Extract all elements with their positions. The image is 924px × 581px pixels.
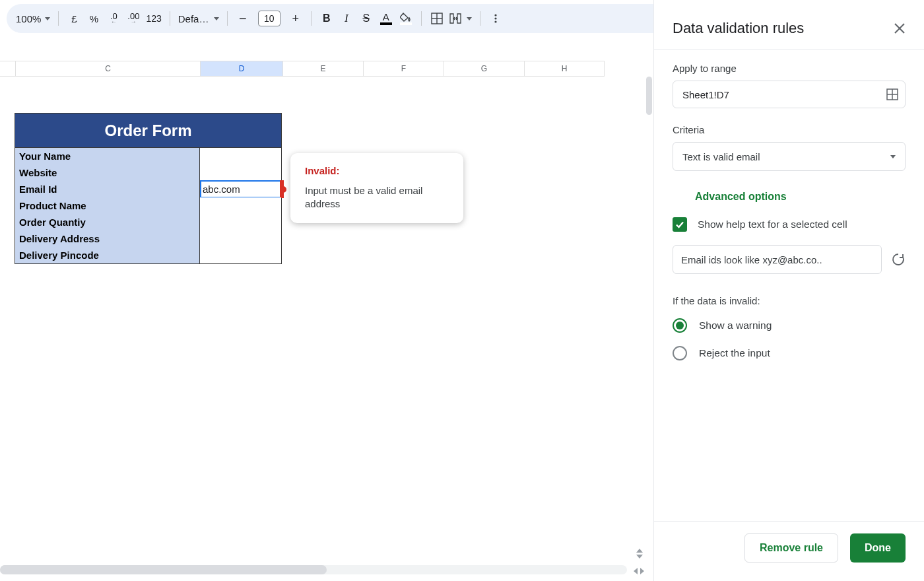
form-row: Website xyxy=(15,164,281,181)
format-percent-button[interactable]: % xyxy=(84,9,104,28)
more-toolbar-button[interactable] xyxy=(486,9,506,28)
font-family-label: Defaul... xyxy=(178,13,210,24)
text-color-swatch xyxy=(380,22,392,25)
form-value-cell[interactable] xyxy=(200,214,281,230)
advanced-options-header[interactable]: Advanced options xyxy=(695,191,906,203)
vertical-scroll-arrows[interactable] xyxy=(636,549,643,559)
arrow-left-icon: ← xyxy=(111,19,117,25)
radio-reject-input[interactable]: Reject the input xyxy=(673,346,906,360)
vertical-scrollbar[interactable] xyxy=(646,77,652,115)
reset-help-text-button[interactable] xyxy=(891,252,906,267)
form-row: Order Quantiy xyxy=(15,214,281,230)
increase-font-size-button[interactable]: + xyxy=(286,9,306,28)
done-button[interactable]: Done xyxy=(850,533,906,563)
form-row: Delivery Address xyxy=(15,230,281,247)
form-label[interactable]: Product Name xyxy=(15,197,200,214)
form-label[interactable]: Email Id xyxy=(15,181,200,197)
apply-to-range-input-wrapper[interactable] xyxy=(673,81,906,108)
scroll-right-icon xyxy=(640,568,644,574)
invalid-data-section-label: If the data is invalid: xyxy=(673,295,906,306)
text-color-button[interactable]: A xyxy=(376,9,396,28)
strikethrough-button[interactable]: S xyxy=(356,9,376,28)
form-label[interactable]: Your Name xyxy=(15,148,200,164)
borders-button[interactable] xyxy=(427,9,447,28)
show-help-text-label: Show help text for a selected cell xyxy=(698,219,847,230)
radio-button-selected[interactable] xyxy=(673,318,687,333)
criteria-label: Criteria xyxy=(673,124,906,135)
tooltip-message: Input must be a valid email address xyxy=(305,184,449,211)
scroll-down-icon xyxy=(636,555,643,559)
separator xyxy=(480,11,480,26)
form-row: Email Id abc.com xyxy=(15,181,281,197)
separator xyxy=(311,11,312,26)
form-value-cell-email[interactable]: abc.com xyxy=(200,181,281,197)
form-row: Delivery Pincode xyxy=(15,247,281,263)
caret-down-icon xyxy=(214,17,219,20)
close-panel-button[interactable] xyxy=(894,22,906,34)
form-label[interactable]: Order Quantiy xyxy=(15,214,200,230)
zoom-dropdown[interactable]: 100% xyxy=(13,9,53,28)
form-value-cell[interactable] xyxy=(200,247,281,263)
grid-body[interactable]: Order Form Your Name Website Email Id ab… xyxy=(0,77,645,555)
decrease-font-size-button[interactable]: − xyxy=(233,9,253,28)
caret-down-icon xyxy=(467,17,472,20)
more-formats-button[interactable]: 123 xyxy=(143,9,164,28)
radio-show-warning[interactable]: Show a warning xyxy=(673,318,906,333)
checkbox-checked[interactable] xyxy=(673,217,687,232)
more-vertical-icon xyxy=(490,13,501,24)
column-header-label: G xyxy=(481,64,487,73)
column-header-d[interactable]: D xyxy=(201,61,283,76)
caret-down-icon xyxy=(890,155,896,158)
radio-dot-icon xyxy=(676,322,684,329)
fill-color-swatch xyxy=(400,22,412,25)
font-family-dropdown[interactable]: Defaul... xyxy=(176,9,222,28)
form-value-cell[interactable] xyxy=(200,148,281,164)
svg-point-4 xyxy=(494,17,496,19)
merge-icon xyxy=(449,13,461,24)
arrow-right-icon: → xyxy=(131,19,137,25)
apply-to-range-label: Apply to range xyxy=(673,63,906,74)
bold-button[interactable]: B xyxy=(317,9,337,28)
column-header-f[interactable]: F xyxy=(364,61,444,76)
form-label[interactable]: Delivery Address xyxy=(15,230,200,247)
merge-cells-button[interactable] xyxy=(447,9,475,28)
column-header-label: H xyxy=(562,64,568,73)
form-value-cell[interactable] xyxy=(200,164,281,181)
italic-button[interactable]: I xyxy=(337,9,356,28)
fill-color-button[interactable] xyxy=(396,9,416,28)
format-currency-button[interactable]: £ xyxy=(64,9,84,28)
column-header-e[interactable]: E xyxy=(283,61,364,76)
column-header-c[interactable]: C xyxy=(16,61,201,76)
remove-rule-button[interactable]: Remove rule xyxy=(744,533,838,563)
decrease-decimal-button[interactable]: .0 ← xyxy=(104,9,123,28)
font-size-input[interactable] xyxy=(258,11,280,26)
column-header-h[interactable]: H xyxy=(525,61,605,76)
data-validation-panel: Data validation rules Apply to range Cri… xyxy=(653,0,924,581)
row-header-corner[interactable] xyxy=(0,61,16,76)
order-form-table: Order Form Your Name Website Email Id ab… xyxy=(15,113,282,264)
form-label[interactable]: Website xyxy=(15,164,200,181)
horizontal-scroll-arrows[interactable] xyxy=(634,568,644,574)
spreadsheet-area: C D E F G H Order Form Your Name Website… xyxy=(0,37,653,581)
separator xyxy=(227,11,228,26)
criteria-dropdown[interactable]: Text is valid email xyxy=(673,142,906,171)
apply-to-range-input[interactable] xyxy=(681,88,886,101)
done-label: Done xyxy=(865,542,891,554)
column-header-g[interactable]: G xyxy=(444,61,525,76)
radio-label: Reject the input xyxy=(699,347,770,359)
form-value-cell[interactable] xyxy=(200,230,281,247)
form-value-cell[interactable] xyxy=(200,197,281,214)
form-label[interactable]: Delivery Pincode xyxy=(15,247,200,263)
strikethrough-label: S xyxy=(362,13,370,24)
radio-button-unselected[interactable] xyxy=(673,346,687,360)
validation-error-tooltip: Invalid: Input must be a valid email add… xyxy=(290,153,463,223)
column-header-label: F xyxy=(401,64,406,73)
show-help-text-checkbox-row[interactable]: Show help text for a selected cell xyxy=(673,217,906,232)
increase-decimal-button[interactable]: .00 → xyxy=(123,9,143,28)
radio-label: Show a warning xyxy=(699,320,772,331)
scroll-left-icon xyxy=(634,568,638,574)
help-text-value: Email ids look like xyz@abc.co.. xyxy=(681,254,822,265)
horizontal-scrollbar-thumb[interactable] xyxy=(0,565,327,574)
help-text-input[interactable]: Email ids look like xyz@abc.co.. xyxy=(673,245,882,274)
select-range-button[interactable] xyxy=(886,88,898,100)
